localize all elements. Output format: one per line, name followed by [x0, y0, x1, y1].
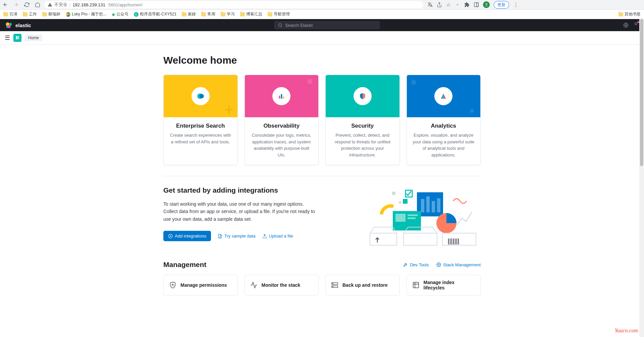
home-icon[interactable]	[35, 2, 40, 7]
elastic-logo[interactable]: elastic	[5, 21, 31, 29]
search-input[interactable]: Search Elastic	[274, 21, 380, 29]
bookmark-item[interactable]: 常用	[201, 11, 215, 17]
card-analytics[interactable]: AnalyticsExplore, visualize, and analyze…	[407, 75, 481, 165]
url-security-label: 不安全	[54, 2, 67, 8]
menu-dots-icon[interactable]: ⋮	[513, 2, 519, 8]
bookmark-item[interactable]: C程序员导航-CXY521	[134, 11, 176, 17]
svg-point-40	[333, 286, 333, 287]
folder-icon	[268, 12, 272, 16]
add-integrations-button[interactable]: Add integrations	[163, 231, 211, 241]
upload-icon	[262, 234, 267, 239]
wrench-icon	[403, 262, 408, 267]
cxy-icon: C	[134, 12, 139, 17]
brand-text: elastic	[15, 22, 31, 28]
backup-restore-card[interactable]: Back up and restore	[325, 275, 400, 295]
browser-actions: ☆ 王 更新 ⋮	[427, 1, 519, 9]
extensions-icon[interactable]	[464, 2, 470, 7]
bookmark-item[interactable]: Lsky Pro - 属于您...	[66, 11, 106, 17]
bookmark-item[interactable]: 家娃	[182, 11, 196, 17]
bookmark-item[interactable]: ◉公众号	[112, 11, 128, 17]
translate-icon[interactable]	[427, 2, 433, 7]
window-icon[interactable]	[474, 2, 479, 7]
card-desc: Explore, visualize, and analyze your dat…	[412, 132, 476, 158]
folder-icon	[221, 12, 225, 16]
svg-rect-11	[281, 94, 282, 99]
folder-icon	[201, 12, 206, 16]
index-lifecycles-card[interactable]: Manage index lifecycles	[407, 275, 481, 295]
star-icon[interactable]: ☆	[446, 2, 451, 8]
document-icon	[218, 234, 222, 239]
svg-rect-21	[408, 214, 418, 216]
svg-rect-41	[413, 282, 419, 288]
newsfeed-icon[interactable]	[633, 22, 639, 28]
svg-point-36	[172, 284, 173, 285]
integrations-illustration	[367, 186, 481, 247]
bookmark-item[interactable]: 学习	[221, 11, 235, 17]
card-header: +	[164, 75, 237, 117]
forward-icon[interactable]	[13, 2, 19, 7]
svg-rect-1	[477, 3, 478, 7]
gear-icon	[436, 262, 441, 267]
back-icon[interactable]	[3, 2, 8, 7]
card-desc: Create search experiences with a refined…	[168, 132, 233, 145]
address-bar[interactable]: 不安全 | 192.168.239.131:5601/app/home#/	[44, 1, 423, 8]
card-security[interactable]: SecurityPrevent, collect, detect, and re…	[325, 75, 400, 165]
scrollbar[interactable]	[639, 19, 644, 309]
manage-permissions-card[interactable]: Manage permissions	[163, 275, 238, 295]
browser-toolbar: 不安全 | 192.168.239.131:5601/app/home#/ ☆ …	[0, 0, 644, 10]
bookmark-item[interactable]: 察瑞婷	[42, 11, 60, 17]
update-button[interactable]: 更新	[494, 1, 509, 9]
breadcrumb[interactable]: Home	[25, 35, 42, 41]
card-label: Manage index lifecycles	[424, 280, 475, 290]
card-title: Enterprise Search	[168, 123, 233, 129]
bookmark-item[interactable]: 导航管理	[268, 11, 290, 17]
globe-icon[interactable]	[623, 22, 629, 28]
insecure-icon	[48, 2, 52, 7]
card-header	[407, 75, 481, 117]
shield-icon	[169, 281, 176, 289]
divider	[163, 176, 481, 176]
space-selector[interactable]: 默	[13, 34, 21, 42]
url-host: 192.168.239.131	[72, 2, 105, 7]
bookmark-item[interactable]: 百泽	[3, 11, 17, 17]
card-label: Monitor the stack	[262, 282, 301, 288]
card-label: Manage permissions	[180, 282, 227, 288]
svg-rect-10	[279, 96, 280, 99]
card-observability[interactable]: ObservabilityConsolidate your logs, metr…	[245, 75, 319, 165]
main-content: Welcome home + Enterprise SearchCreate s…	[163, 45, 481, 309]
folder-icon	[182, 12, 186, 16]
search-icon	[278, 23, 282, 27]
elastic-logo-icon	[5, 21, 13, 29]
other-bookmarks[interactable]: 其他书签	[619, 11, 641, 17]
chevron-down-icon[interactable]	[455, 2, 460, 7]
reload-icon[interactable]	[24, 2, 30, 7]
section-desc: To start working with your data, use one…	[163, 200, 318, 223]
svg-point-9	[200, 94, 204, 98]
svg-rect-18	[437, 198, 440, 212]
nav-arrows	[3, 2, 40, 7]
menu-toggle-icon[interactable]: ☰	[5, 34, 10, 42]
solution-cards: + Enterprise SearchCreate search experie…	[163, 75, 481, 165]
card-enterprise-search[interactable]: + Enterprise SearchCreate search experie…	[163, 75, 238, 165]
svg-rect-27	[392, 192, 395, 195]
monitor-stack-card[interactable]: Monitor the stack	[245, 275, 319, 295]
header-actions	[623, 22, 639, 28]
share-icon[interactable]	[437, 2, 442, 7]
bookmark-item[interactable]: 博客汇总	[240, 11, 262, 17]
try-sample-data-link[interactable]: Try sample data	[218, 233, 256, 239]
management-section: Management Dev Tools Stack Management Ma…	[163, 261, 481, 295]
card-title: Analytics	[412, 123, 476, 129]
wechat-icon: ◉	[112, 12, 115, 17]
folder-icon	[42, 12, 47, 16]
section-title: Management	[163, 261, 206, 269]
url-path: :5601/app/home#/	[107, 2, 143, 7]
card-desc: Prevent, collect, detect, and respond to…	[330, 132, 395, 158]
profile-avatar[interactable]: 王	[483, 1, 490, 8]
bookmark-item[interactable]: 工作	[23, 11, 37, 17]
card-header	[245, 75, 319, 117]
upload-file-link[interactable]: Upload a file	[262, 233, 293, 239]
stack-management-link[interactable]: Stack Management	[436, 262, 481, 267]
observability-icon	[277, 92, 285, 100]
dev-tools-link[interactable]: Dev Tools	[403, 262, 429, 267]
sub-header: ☰ 默 Home	[0, 31, 644, 45]
